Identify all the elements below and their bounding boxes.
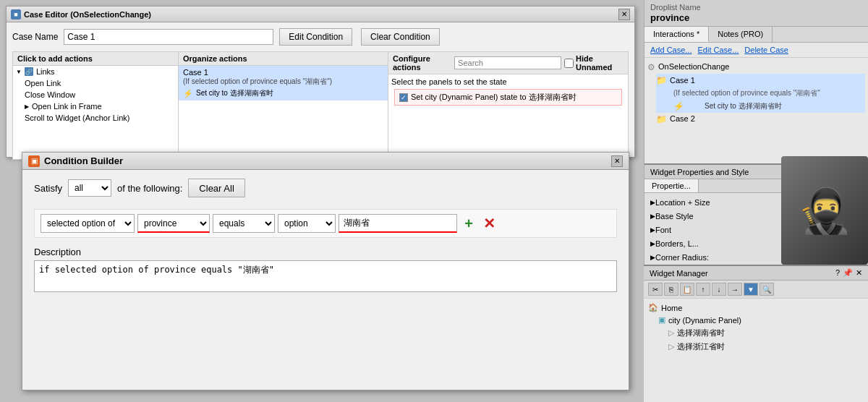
droplist-name-label: Droplist Name xyxy=(650,3,862,12)
clear-condition-btn[interactable]: Clear Condition xyxy=(361,28,440,46)
wp-tab-properties[interactable]: Propertie... xyxy=(644,179,699,192)
condition-builder-window: ▣ Condition Builder ✕ Satisfy all any of… xyxy=(22,152,629,390)
wm-btn-filter[interactable]: ▼ xyxy=(744,283,758,296)
font-arrow: ▶ xyxy=(650,226,655,234)
links-tree: ▼ 🔗 Links Open Link Close Window ▶ Open … xyxy=(13,66,178,159)
anime-character: 🥷 xyxy=(781,156,868,265)
hide-unnamed-checkbox[interactable] xyxy=(564,59,574,68)
case2-label: Case 2 xyxy=(670,114,695,123)
wm-tree: 🏠 Home ▣ city (Dynamic Panel) ▷ 选择湖南省时 ▷… xyxy=(644,299,868,356)
wm-state1-item[interactable]: ▷ 选择湖南省时 xyxy=(668,326,864,340)
case1-organize-item[interactable]: Case 1 (If selected option of province e… xyxy=(179,66,388,100)
state2-icon: ▷ xyxy=(668,342,674,351)
wm-header: Widget Manager ? 📌 ✕ xyxy=(644,266,868,281)
hide-unnamed-row: Hide Unnamed xyxy=(564,54,624,72)
checked-action-item[interactable]: ✓ Set city (Dynamic Panel) state to 选择湖南… xyxy=(394,89,622,106)
configure-actions-title: Configure actions xyxy=(393,54,454,72)
panel-icon: ▣ xyxy=(658,315,665,325)
cond-value-input[interactable] xyxy=(339,214,457,233)
wm-btn-indent[interactable]: → xyxy=(728,283,742,296)
check-icon: ✓ xyxy=(399,93,408,102)
close-window-item[interactable]: Close Window xyxy=(22,89,178,100)
delete-case-link[interactable]: Delete Case xyxy=(744,46,788,54)
lightning-icon: ⚡ xyxy=(183,89,193,98)
cond-province-select[interactable]: province xyxy=(137,214,210,233)
cb-close-btn[interactable]: ✕ xyxy=(611,155,623,167)
edit-condition-btn[interactable]: Edit Condition xyxy=(279,28,352,46)
satisfy-label: Satisfy xyxy=(34,183,62,194)
configure-actions-panel: Configure actions Hide Unnamed Select th… xyxy=(388,51,629,160)
search-input[interactable] xyxy=(454,56,561,69)
links-group[interactable]: ▼ 🔗 Links xyxy=(13,66,178,77)
case1-action-text: Set city to 选择湖南省时 xyxy=(705,101,782,111)
cond-equals-select[interactable]: equals not equals contains xyxy=(213,214,275,233)
wm-pin-icon[interactable]: 📌 xyxy=(843,268,853,278)
open-link-label: Open Link xyxy=(25,79,61,87)
edit-case-link[interactable]: Edit Case... xyxy=(697,46,739,54)
wm-btn-down[interactable]: ↓ xyxy=(712,283,726,296)
wm-close-icon[interactable]: ✕ xyxy=(856,268,862,278)
tab-notes[interactable]: Notes (PRO) xyxy=(709,27,773,42)
case-editor-title: Case Editor (OnSelectionChange) xyxy=(24,10,151,19)
cb-title: Condition Builder xyxy=(44,155,123,166)
cond-left-select[interactable]: selected option of text on value of chec… xyxy=(41,214,135,233)
wm-btn-up[interactable]: ↑ xyxy=(696,283,710,296)
organize-actions-header: Organize actions xyxy=(179,52,388,66)
case2-tree-item[interactable]: 📁 Case 2 xyxy=(656,113,865,126)
cb-icon: ▣ xyxy=(28,155,40,167)
wm-title: Widget Manager xyxy=(650,269,708,278)
cond-option-select[interactable]: option value text xyxy=(278,214,336,233)
wm-home-item[interactable]: 🏠 Home xyxy=(648,302,864,314)
wm-btn-search[interactable]: 🔍 xyxy=(760,283,774,296)
case-name-label: Case Name xyxy=(12,32,58,42)
cond-remove-btn[interactable]: ✕ xyxy=(480,215,498,232)
right-action-row: Add Case... Edit Case... Delete Case xyxy=(644,43,868,58)
case-editor-icon: ■ xyxy=(11,9,21,20)
cb-title-text: Condition Builder xyxy=(44,155,123,166)
case-name-input[interactable] xyxy=(64,29,273,45)
wm-help-icon[interactable]: ? xyxy=(835,268,840,278)
case1-tree-item[interactable]: 📁 Case 1 (If selected option of province… xyxy=(656,74,865,113)
wm-state2-label: 选择浙江省时 xyxy=(677,341,725,352)
case-editor-close-btn[interactable]: ✕ xyxy=(618,9,630,20)
right-tabs: Interactions * Notes (PRO) xyxy=(644,27,868,43)
home-icon: 🏠 xyxy=(648,303,658,312)
on-selection-change-item[interactable]: ⚙ OnSelectionChange xyxy=(647,61,865,74)
widget-manager: Widget Manager ? 📌 ✕ ✂ ⎘ 📋 ↑ ↓ → ▼ 🔍 🏠 H… xyxy=(644,265,868,402)
checked-action-label: Set city (Dynamic Panel) state to 选择湖南省时 xyxy=(411,92,576,103)
location-arrow: ▶ xyxy=(650,199,655,206)
click-to-add-panel: Click to add actions ▼ 🔗 Links Open Link… xyxy=(12,51,179,160)
satisfy-select[interactable]: all any xyxy=(68,179,111,197)
wp-title: Widget Properties and Style xyxy=(650,168,749,176)
configure-actions-header: Configure actions Hide Unnamed xyxy=(388,52,628,74)
wm-header-icons: ? 📌 ✕ xyxy=(835,268,862,278)
open-link-item[interactable]: Open Link xyxy=(22,77,178,89)
description-textarea[interactable] xyxy=(34,260,617,292)
of-following-label: of the following: xyxy=(117,183,182,194)
wm-btn-copy[interactable]: ⎘ xyxy=(664,283,678,296)
scroll-widget-label: Scroll to Widget (Anchor Link) xyxy=(25,114,130,122)
scroll-widget-item[interactable]: Scroll to Widget (Anchor Link) xyxy=(22,112,178,124)
links-icon: 🔗 xyxy=(25,67,33,76)
open-link-frame-item[interactable]: ▶ Open Link in Frame xyxy=(22,100,178,112)
description-section: Description xyxy=(34,247,617,294)
case-tree: ⚙ OnSelectionChange 📁 Case 1 (If selecte… xyxy=(644,58,868,163)
condition-row: selected option of text on value of chec… xyxy=(34,209,617,238)
wm-state2-item[interactable]: ▷ 选择浙江省时 xyxy=(668,340,864,354)
wm-state1-label: 选择湖南省时 xyxy=(677,328,725,338)
wm-city-panel-item[interactable]: ▣ city (Dynamic Panel) xyxy=(658,314,864,326)
wm-toolbar: ✂ ⎘ 📋 ↑ ↓ → ▼ 🔍 xyxy=(644,281,868,299)
wm-btn-cut[interactable]: ✂ xyxy=(648,283,663,296)
add-case-link[interactable]: Add Case... xyxy=(650,46,692,54)
case1-tree-label: Case 1 xyxy=(670,76,695,85)
tab-interactions[interactable]: Interactions * xyxy=(644,27,709,42)
configure-actions-content: Select the panels to set the state ✓ Set… xyxy=(388,74,628,111)
wm-btn-paste[interactable]: 📋 xyxy=(680,283,694,296)
case1-condition: (If selected option of province equals "… xyxy=(183,77,383,87)
borders-arrow: ▶ xyxy=(650,240,655,247)
clear-all-btn[interactable]: Clear All xyxy=(188,179,244,197)
basestyle-arrow: ▶ xyxy=(650,213,655,220)
case-editor-window: ■ Case Editor (OnSelectionChange) ✕ Case… xyxy=(6,6,635,158)
cond-add-btn[interactable]: + xyxy=(460,215,477,232)
satisfy-row: Satisfy all any of the following: Clear … xyxy=(34,179,617,197)
